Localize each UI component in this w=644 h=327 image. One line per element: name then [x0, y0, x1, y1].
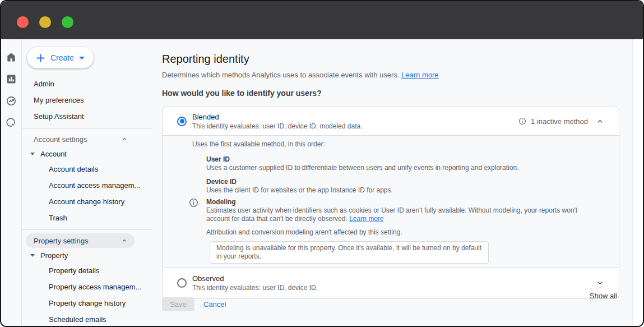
observed-radio[interactable] [177, 278, 187, 288]
section-header-account-settings[interactable]: Account settings [26, 132, 135, 146]
dropdown-arrow-icon [79, 57, 85, 59]
learn-more-link[interactable]: Learn more [349, 215, 383, 223]
sidebar-item-account-details[interactable]: Account details [22, 161, 152, 177]
method-description: Uses a customer-supplied ID to different… [206, 164, 608, 172]
details-intro: Uses the first available method, in this… [192, 140, 608, 149]
create-button[interactable]: Create [27, 47, 94, 68]
learn-more-link[interactable]: Learn more [401, 71, 438, 79]
chevron-up-icon [121, 237, 128, 244]
observed-option-row[interactable]: Observed This identity evaluates: user I… [163, 268, 619, 298]
sidebar-item-scheduled-emails[interactable]: Scheduled emails [22, 311, 152, 326]
tree-expand-caret-icon [30, 153, 35, 155]
page-subtitle: Determines which methods Analytics uses … [162, 71, 439, 79]
method-name: Modeling [206, 198, 608, 206]
method-device-id: Device ID Uses the client ID for website… [206, 178, 608, 195]
blended-collapse-button[interactable] [596, 117, 604, 126]
info-icon[interactable] [518, 117, 526, 125]
method-name: User ID [206, 155, 608, 164]
sidebar-divider [22, 229, 152, 230]
blended-description: This identity evaluates: user ID, device… [192, 122, 363, 131]
blended-details-panel: Uses the first available method, in this… [163, 135, 619, 268]
window-titlebar [1, 1, 643, 39]
explore-icon[interactable] [5, 95, 17, 107]
home-icon[interactable] [5, 51, 17, 63]
minimize-window-button[interactable] [39, 16, 51, 28]
tree-parent-property[interactable]: Property [22, 248, 152, 262]
admin-sidebar: Create Admin My preferences Setup Assist… [22, 39, 152, 326]
sidebar-item-my-preferences[interactable]: My preferences [22, 92, 152, 108]
attribution-note: Attribution and conversion modeling aren… [206, 228, 608, 237]
sidebar-item-property-details[interactable]: Property details [22, 262, 152, 279]
page-title: Reporting identity [162, 53, 249, 66]
section-header-label: Property settings [34, 237, 89, 245]
save-button[interactable]: Save [162, 297, 194, 311]
reports-icon[interactable] [5, 73, 17, 85]
chevron-down-icon [596, 279, 604, 287]
section-header-label: Account settings [34, 135, 87, 144]
sidebar-item-admin[interactable]: Admin [22, 76, 152, 92]
reporting-identity-card: Blended This identity evaluates: user ID… [162, 107, 619, 299]
traffic-lights [17, 16, 73, 28]
inactive-method-text: 1 inactive method [531, 117, 588, 126]
scrollbar-track[interactable] [632, 39, 643, 326]
observed-expand-button[interactable] [596, 279, 604, 287]
sidebar-item-account-access-management[interactable]: Account access managem... [22, 177, 152, 194]
method-description: Estimates user activity when identifiers… [206, 206, 586, 223]
tree-expand-caret-icon [30, 254, 35, 257]
plus-icon [36, 53, 45, 63]
info-icon [189, 198, 198, 210]
identity-question: How would you like to identify your user… [162, 89, 322, 98]
section-header-property-settings[interactable]: Property settings [26, 233, 135, 248]
blended-label: Blended [192, 112, 363, 122]
sidebar-item-setup-assistant[interactable]: Setup Assistant [22, 108, 152, 125]
method-name: Device ID [206, 178, 608, 186]
method-user-id: User ID Uses a customer-supplied ID to d… [206, 155, 608, 172]
inactive-method-badge: 1 inactive method [518, 117, 588, 126]
page-subtitle-text: Determines which methods Analytics uses … [162, 71, 399, 79]
sidebar-item-trash[interactable]: Trash [22, 210, 152, 226]
sidebar-item-account-change-history[interactable]: Account change history [22, 194, 152, 210]
modeling-description-text: Estimates user activity when identifiers… [206, 206, 577, 223]
blended-radio[interactable] [177, 117, 187, 126]
chevron-up-icon [121, 136, 128, 142]
tree-parent-label: Account [40, 150, 67, 158]
sidebar-divider [22, 128, 152, 128]
nav-rail [1, 39, 22, 326]
zoom-window-button[interactable] [62, 16, 73, 28]
modeling-unavailable-banner: Modeling is unavailable for this propert… [210, 241, 489, 264]
cancel-button[interactable]: Cancel [203, 297, 226, 311]
sidebar-nav: Admin My preferences Setup Assistant Acc… [22, 76, 152, 326]
tree-parent-label: Property [40, 251, 68, 260]
chevron-up-icon [596, 117, 604, 126]
app-window: Create Admin My preferences Setup Assist… [0, 0, 644, 327]
method-description: Uses the client ID for websites or the a… [206, 186, 608, 195]
close-window-button[interactable] [17, 16, 29, 28]
sidebar-item-property-change-history[interactable]: Property change history [22, 295, 152, 311]
observed-description: This identity evaluates: user ID, device… [192, 283, 318, 292]
blended-option-row[interactable]: Blended This identity evaluates: user ID… [163, 107, 619, 135]
advertising-icon[interactable] [5, 117, 17, 129]
sidebar-item-property-access-management[interactable]: Property access managem... [22, 279, 152, 295]
tree-parent-account[interactable]: Account [22, 146, 152, 161]
main-content: Reporting identity Determines which meth… [162, 39, 643, 326]
show-all-link[interactable]: Show all [590, 292, 617, 300]
method-modeling: Modeling Estimates user activity when id… [206, 198, 608, 223]
observed-label: Observed [192, 274, 318, 283]
create-button-label: Create [50, 53, 74, 62]
